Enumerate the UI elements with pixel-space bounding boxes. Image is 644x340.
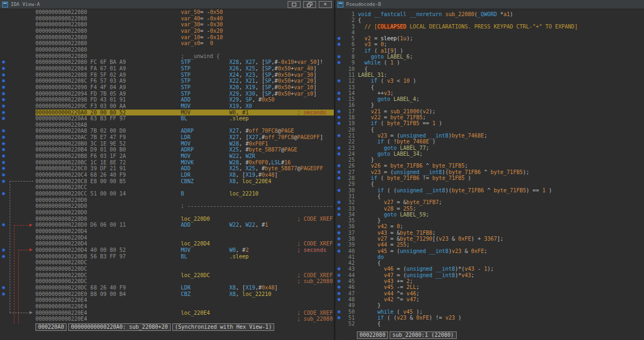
pseudocode-line[interactable]: 6 v3 = 0; <box>335 41 644 47</box>
breakpoint-dot[interactable] <box>337 292 341 295</box>
disasm-line[interactable]: 00000000000220A8 7B 02 00 D0 ADRP X27, #… <box>0 128 334 134</box>
disasm-line[interactable]: 00000000000220B8 F6 03 1F 2A MOV W22, WZ… <box>0 153 334 160</box>
breakpoint-dot[interactable] <box>337 97 341 101</box>
breakpoint-dot[interactable] <box>337 110 341 113</box>
breakpoint-gutter[interactable] <box>335 90 343 96</box>
pseudocode-line[interactable]: 22 if ( !byte_7468E ) <box>335 139 644 144</box>
disasm-line[interactable]: 0000000000022080 var_40= -0x40 <box>0 16 334 22</box>
breakpoint-gutter[interactable] <box>0 134 35 141</box>
breakpoint-gutter[interactable] <box>335 169 343 175</box>
breakpoint-gutter[interactable] <box>335 108 343 114</box>
disasm-line[interactable]: 000000000002209C F3 03 00 AA MOV X19, X0 <box>0 103 334 110</box>
disasm-line[interactable]: 00000000000220D0 D6 06 00 11 ADD W22, W2… <box>0 222 334 228</box>
breakpoint-gutter[interactable] <box>335 96 343 102</box>
disasm-line[interactable]: 0000000000022084 FA 67 01 A9 STP X26, X2… <box>0 66 334 72</box>
pseudocode-line[interactable]: 1void __fastcall __noreturn sub_22080(_Q… <box>335 11 644 17</box>
disasm-line[interactable]: 00000000000220AC 7B E7 47 F9 LDR X27, [X… <box>0 134 334 141</box>
breakpoint-gutter[interactable] <box>0 53 35 60</box>
pseudocode-line[interactable]: 21 v23 = (unsigned __int8)byte_7468E; <box>335 133 644 139</box>
breakpoint-gutter[interactable] <box>0 222 35 228</box>
breakpoint-gutter[interactable] <box>0 78 35 84</box>
breakpoint-gutter[interactable] <box>0 291 35 298</box>
breakpoint-dot[interactable] <box>2 67 5 70</box>
pseudocode-line[interactable]: 30 if ( (unsigned __int8)(byte_71FB6 ^ b… <box>335 187 644 193</box>
pseudocode-line[interactable]: 3 // [COLLAPSED LOCAL DECLARATIONS. PRES… <box>335 24 644 30</box>
window-maximize-button[interactable] <box>288 1 301 8</box>
breakpoint-dot[interactable] <box>2 292 5 296</box>
breakpoint-dot[interactable] <box>337 55 341 59</box>
breakpoint-dot[interactable] <box>2 60 5 64</box>
breakpoint-gutter[interactable] <box>0 278 35 285</box>
breakpoint-gutter[interactable] <box>335 212 343 218</box>
pseudocode-line[interactable]: 27 v23 = (unsigned __int8)(byte_71FB6 ^ … <box>335 169 644 175</box>
pseudocode-line[interactable]: 4 <box>335 30 644 35</box>
breakpoint-gutter[interactable] <box>335 54 343 60</box>
pseudocode-listing[interactable]: 1void __fastcall __noreturn sub_22080(_Q… <box>335 9 644 330</box>
pseudocode-line[interactable]: 5 v2 = sleep(1u); <box>335 35 644 41</box>
disasm-line[interactable]: 00000000000220A8 <box>0 122 334 128</box>
disasm-line[interactable]: 00000000000220D8 56 B3 FF 97 BL .sleep <box>0 254 334 260</box>
disasm-line[interactable]: 00000000000220DC <box>0 259 334 266</box>
breakpoint-dot[interactable] <box>2 104 5 108</box>
breakpoint-gutter[interactable] <box>0 147 35 153</box>
breakpoint-dot[interactable] <box>337 146 341 150</box>
breakpoint-gutter[interactable] <box>0 216 35 222</box>
pseudocode-line[interactable]: 36 v42 = 0; <box>335 223 644 229</box>
breakpoint-gutter[interactable] <box>335 24 343 30</box>
breakpoint-dot[interactable] <box>337 285 341 289</box>
breakpoint-dot[interactable] <box>2 98 5 102</box>
disasm-line[interactable]: 0000000000022080 <box>0 47 334 53</box>
pseudocode-line[interactable]: 40 v45 = (unsigned __int8)v23 & 0xFE; <box>335 248 644 254</box>
breakpoint-gutter[interactable] <box>0 66 35 72</box>
breakpoint-dot[interactable] <box>337 200 341 204</box>
pseudocode-titlebar[interactable]: Pseudocode-B <box>335 0 644 9</box>
breakpoint-gutter[interactable] <box>335 187 343 193</box>
breakpoint-dot[interactable] <box>337 237 341 241</box>
breakpoint-gutter[interactable] <box>335 230 343 236</box>
disasm-line[interactable]: 0000000000022090 F4 4F 04 A9 STP X20, X1… <box>0 84 334 91</box>
disasm-line[interactable]: 00000000000220D4 40 00 80 52 MOV W0, #2 … <box>0 247 334 254</box>
disasm-line[interactable]: 00000000000220C8 E8 00 00 B5 CBNZ X8, lo… <box>0 178 334 185</box>
disasm-line[interactable]: 00000000000220DC <box>0 266 334 272</box>
breakpoint-gutter[interactable] <box>0 9 35 16</box>
pseudocode-line[interactable]: 28 if ( byte_71FB6 != byte_71FB5 ) <box>335 175 644 181</box>
breakpoint-gutter[interactable] <box>335 120 343 126</box>
pseudocode-line[interactable]: 11LABEL_31: <box>335 72 644 78</box>
breakpoint-gutter[interactable] <box>0 97 35 103</box>
pseudocode-line[interactable]: 25 } <box>335 157 644 163</box>
pseudocode-line[interactable]: 29 { <box>335 181 644 187</box>
pseudocode-line[interactable]: 52 { <box>335 321 644 327</box>
breakpoint-gutter[interactable] <box>0 297 35 303</box>
disasm-line[interactable]: 0000000000022094 FD 7B 05 A9 STP X29, X3… <box>0 91 334 97</box>
pseudocode-line[interactable]: 9 while ( 1 ) <box>335 60 644 66</box>
pseudocode-line[interactable]: 46 v45 -= 2LL; <box>335 284 644 290</box>
breakpoint-gutter[interactable] <box>335 78 343 84</box>
disasm-line[interactable]: 00000000000220CC 51 00 00 14 B loc_22210 <box>0 191 334 197</box>
breakpoint-gutter[interactable] <box>335 296 343 302</box>
breakpoint-dot[interactable] <box>337 225 341 228</box>
breakpoint-gutter[interactable] <box>0 40 35 47</box>
breakpoint-dot[interactable] <box>337 310 341 314</box>
pseudocode-line[interactable]: 32 v27 = &byte_71FB7; <box>335 199 644 205</box>
breakpoint-gutter[interactable] <box>0 59 35 66</box>
breakpoint-gutter[interactable] <box>0 235 35 241</box>
breakpoint-gutter[interactable] <box>335 321 343 327</box>
breakpoint-gutter[interactable] <box>335 133 343 139</box>
breakpoint-gutter[interactable] <box>335 260 343 266</box>
breakpoint-gutter[interactable] <box>335 266 343 272</box>
breakpoint-dot[interactable] <box>2 85 5 89</box>
disasm-line[interactable]: 0000000000022088 F8 5F 02 A9 STP X24, X2… <box>0 72 334 78</box>
breakpoint-gutter[interactable] <box>0 160 35 166</box>
breakpoint-gutter[interactable] <box>335 41 343 47</box>
breakpoint-dot[interactable] <box>2 142 5 146</box>
pseudocode-line[interactable]: 17 v21 = sub_21000(v2); <box>335 108 644 114</box>
breakpoint-gutter[interactable] <box>0 203 35 209</box>
disasm-line[interactable]: 0000000000022080 var_20= -0x20 <box>0 28 334 34</box>
breakpoint-gutter[interactable] <box>335 17 343 23</box>
pseudocode-line[interactable]: 12 if ( v3 < 10 ) <box>335 78 644 84</box>
pseudocode-line[interactable]: 33 v28 = 255; <box>335 206 644 212</box>
pseudocode-line[interactable]: 42 { <box>335 260 644 266</box>
breakpoint-gutter[interactable] <box>335 302 343 308</box>
breakpoint-gutter[interactable] <box>0 254 35 260</box>
breakpoint-dot[interactable] <box>2 167 5 170</box>
